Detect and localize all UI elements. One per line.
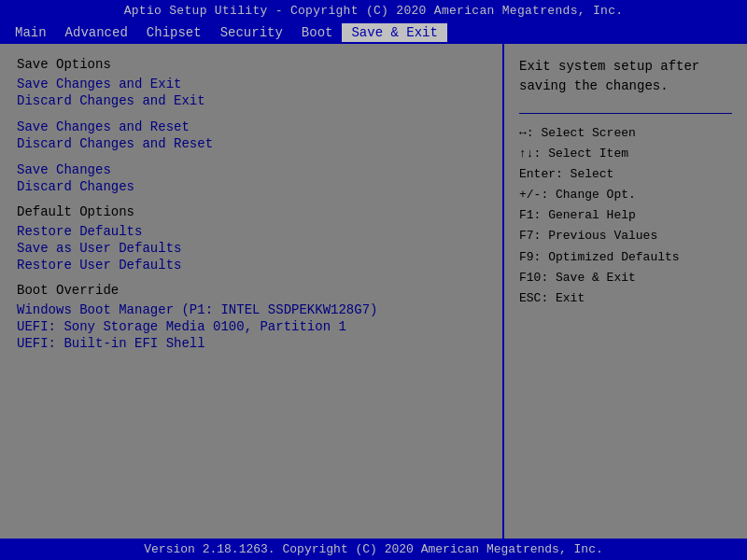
title-bar: Aptio Setup Utility - Copyright (C) 2020…: [0, 0, 747, 21]
menu-item-3-2[interactable]: Restore User Defaults: [17, 257, 486, 273]
key-help-item: Enter: Select: [519, 164, 732, 185]
spacer-3: [17, 273, 486, 283]
footer: Version 2.18.1263. Copyright (C) 2020 Am…: [0, 539, 747, 560]
key-help-area: ↔: Select Screen↑↓: Select ItemEnter: Se…: [519, 123, 732, 309]
menu-item-4-2[interactable]: UEFI: Built-in EFI Shell: [17, 335, 486, 352]
app: Aptio Setup Utility - Copyright (C) 2020…: [0, 0, 747, 560]
title-text: Aptio Setup Utility - Copyright (C) 2020…: [124, 4, 624, 18]
key-help-item: +/-: Change Opt.: [519, 185, 732, 205]
menu-item-3-1[interactable]: Save as User Defaults: [17, 240, 486, 257]
nav-bar: MainAdvancedChipsetSecurityBootSave & Ex…: [0, 21, 747, 44]
menu-item-0-1[interactable]: Discard Changes and Exit: [17, 92, 486, 109]
menu-item-2-0[interactable]: Save Changes: [17, 161, 486, 178]
menu-item-1-1[interactable]: Discard Changes and Reset: [17, 135, 486, 152]
section-header-0: Save Options: [17, 57, 486, 72]
section-header-3: Default Options: [17, 204, 486, 219]
key-help-item: ↑↓: Select Item: [519, 144, 732, 164]
key-help-item: ↔: Select Screen: [519, 123, 732, 144]
spacer-0: [17, 109, 486, 119]
content-area: Save OptionsSave Changes and ExitDiscard…: [0, 44, 747, 539]
right-panel: Exit system setup after saving the chang…: [504, 44, 747, 539]
key-help-item: F1: General Help: [519, 205, 732, 226]
nav-item-advanced[interactable]: Advanced: [56, 23, 137, 42]
menu-item-1-0[interactable]: Save Changes and Reset: [17, 119, 486, 135]
section-header-4: Boot Override: [17, 283, 486, 298]
spacer-2: [17, 195, 486, 204]
key-help-item: F9: Optimized Defaults: [519, 247, 732, 268]
menu-item-0-0[interactable]: Save Changes and Exit: [17, 76, 486, 92]
menu-item-3-0[interactable]: Restore Defaults: [17, 223, 486, 240]
description: Exit system setup after saving the chang…: [519, 57, 732, 96]
nav-item-chipset[interactable]: Chipset: [137, 23, 211, 42]
divider: [519, 113, 732, 114]
menu-item-4-0[interactable]: Windows Boot Manager (P1: INTEL SSDPEKKW…: [17, 301, 486, 318]
menu-item-4-1[interactable]: UEFI: Sony Storage Media 0100, Partition…: [17, 318, 486, 335]
key-help-item: F7: Previous Values: [519, 226, 732, 246]
menu-item-2-1[interactable]: Discard Changes: [17, 178, 486, 195]
footer-text: Version 2.18.1263. Copyright (C) 2020 Am…: [144, 542, 602, 556]
key-help-item: ESC: Exit: [519, 288, 732, 309]
spacer-1: [17, 152, 486, 161]
spacer-4: [17, 352, 486, 361]
left-panel: Save OptionsSave Changes and ExitDiscard…: [0, 44, 504, 539]
nav-item-security[interactable]: Security: [211, 23, 292, 42]
nav-item-save---exit[interactable]: Save & Exit: [342, 23, 446, 42]
key-help-item: F10: Save & Exit: [519, 268, 732, 288]
nav-item-main[interactable]: Main: [6, 23, 56, 42]
nav-item-boot[interactable]: Boot: [292, 23, 343, 42]
